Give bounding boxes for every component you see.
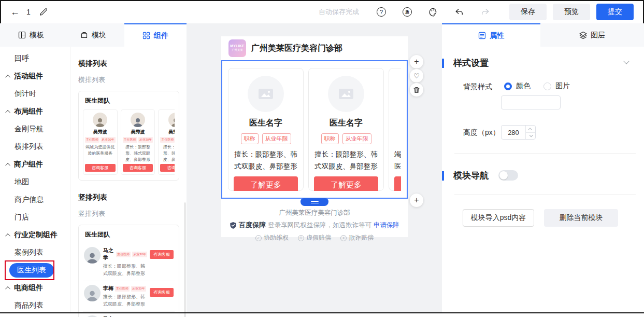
horizontal-list-subtitle[interactable]: 横排列表 <box>78 75 179 85</box>
preview-button[interactable]: 预览 <box>553 4 590 20</box>
vertical-list-preview[interactable]: 医生团队 马之学 主任医师 从业30年 擅长：眼部整形、韩式双眼皮、鼻部整形 咨… <box>78 225 179 317</box>
avatar <box>131 113 145 127</box>
height-value[interactable]: 280 <box>502 126 525 139</box>
consult-button[interactable]: 咨询客服 <box>150 288 174 297</box>
mini-doctor-card: 吴秀波 主任医师 从业30年 擅长：眼部整形、韩式双眼皮、鼻部整形 咨询客服 <box>158 109 175 175</box>
submit-button[interactable]: 提交 <box>596 4 634 20</box>
collapse-section-chevron[interactable] <box>623 58 629 64</box>
title-badge: 主任医师 <box>115 286 130 292</box>
quality-check-icon[interactable]: 质 <box>402 6 413 18</box>
sidebar-item-product-list[interactable]: 商品列表 <box>0 297 70 314</box>
delete-module-icon-button[interactable] <box>410 83 423 97</box>
chevron-up-icon <box>5 233 10 238</box>
plus-icon: + <box>414 58 419 66</box>
doctor-card[interactable]: 医生名字 职称 从业年限 擅长：眼部整形、韩式双眼皮、鼻部整形 了解更多 <box>228 68 304 191</box>
mini-doctor-desc: 擅长：眼部整形、韩式双眼皮、鼻部整形 <box>123 144 153 163</box>
sidebar-section-label: 布局组件 <box>14 107 43 116</box>
doctor-card[interactable]: 医生名字 职称 从业年限 擅长：眼部整形、韩式双眼皮、鼻部整形 了解更多 <box>308 68 384 191</box>
consult-button[interactable]: 咨询客服 <box>160 164 175 172</box>
sidebar-section-ecommerce[interactable]: 电商组件 <box>0 279 70 297</box>
sidebar-item-map[interactable]: 地图 <box>0 173 70 191</box>
radio-unselected-icon[interactable] <box>543 82 551 90</box>
sidebar-item-huihu[interactable]: 回呼 <box>0 50 70 67</box>
chevron-up-icon <box>528 128 532 131</box>
footer-guarantee-item: R虚假赔偿 <box>298 233 331 242</box>
add-module-below-button[interactable]: + <box>410 194 423 207</box>
apply-guarantee-link[interactable]: 申请保障 <box>374 221 399 230</box>
sidebar-item-kingkong-nav[interactable]: 金刚导航 <box>0 120 70 138</box>
radio-option-image[interactable]: 图片 <box>543 81 570 91</box>
learn-more-button[interactable]: 了解更多 <box>234 176 298 191</box>
learn-more-button[interactable]: 了解更多 <box>314 176 378 191</box>
redo-icon[interactable] <box>479 6 491 18</box>
doctor-list-selected-pill[interactable]: 医生列表 <box>9 263 54 278</box>
consult-button[interactable]: 咨询客服 <box>123 164 153 172</box>
back-icon[interactable]: ← <box>10 7 20 18</box>
doctor-desc: 擅长：眼部整形、韩式双眼皮、鼻部整形 <box>103 263 147 277</box>
doctor-desc: 竭诚为您提供优质的医美服务 <box>394 148 401 172</box>
module-drag-handle[interactable] <box>300 198 328 206</box>
theme-palette-icon[interactable] <box>427 6 439 18</box>
years-badge: 从业30年 <box>138 137 153 143</box>
tab-layers-label: 图层 <box>591 31 605 40</box>
title-badge: 职称 <box>241 133 259 144</box>
stepper-up-button[interactable] <box>526 126 535 132</box>
learn-more-button[interactable]: 了解更多 <box>394 176 401 191</box>
tab-properties[interactable]: 属性 <box>442 23 540 47</box>
doctor-list-module-selected[interactable]: 医生名字 职称 从业年限 擅长：眼部整形、韩式双眼皮、鼻部整形 了解更多 医生名… <box>221 60 408 199</box>
height-stepper[interactable]: 280 <box>501 125 536 140</box>
doctor-desc: 擅长：眼部整形、韩式双眼皮、鼻部整形 <box>314 148 378 172</box>
add-module-above-button[interactable]: + <box>410 55 423 68</box>
edit-pencil-icon[interactable] <box>37 6 49 18</box>
component-preview-panel: 横排列表 横排列表 医生团队 吴秀波 主任医师 从业30年 竭诚为您提供优质的医… <box>70 47 187 312</box>
logo-line2: 广州美莱 <box>232 48 243 52</box>
page-header-module[interactable]: MYLIKE 广州美莱 广州美莱医疗美容门诊部 <box>221 36 408 60</box>
trash-icon <box>413 87 420 93</box>
module-icon <box>80 31 88 39</box>
heart-icon: ♡ <box>413 73 420 79</box>
tab-template[interactable]: 模板 <box>0 23 62 47</box>
sidebar-section-industry[interactable]: 行业定制组件 <box>0 226 70 244</box>
tab-layers[interactable]: 图层 <box>540 23 644 47</box>
sidebar-item-store[interactable]: 门店 <box>0 209 70 226</box>
sidebar-item-doctor-list[interactable]: 医生列表 <box>0 261 70 279</box>
mini-doctor-desc: 擅长：眼部整形、韩式双眼皮、鼻部整形 <box>160 144 175 163</box>
left-panel-tabs: 模板 模块 组件 <box>0 23 187 47</box>
avatar <box>84 285 101 301</box>
scrollbar-thumb[interactable] <box>184 202 186 317</box>
toggle-knob <box>499 171 508 180</box>
sidebar-item-label: 商户信息 <box>15 195 44 204</box>
delete-current-module-button[interactable]: 删除当前模块 <box>544 209 618 227</box>
background-color-input[interactable] <box>501 95 561 109</box>
doctor-card-clipped[interactable]: 医生名字 职称 从业年限 竭诚为您提供优质的医美服务 了解更多 <box>389 68 401 191</box>
horizontal-list-preview[interactable]: 医生团队 吴秀波 主任医师 从业30年 竭诚为您提供优质的医美服务 咨询客服 吴… <box>78 91 179 181</box>
section-divider <box>454 194 636 195</box>
module-nav-toggle[interactable] <box>498 170 518 181</box>
sidebar-section-layout[interactable]: 布局组件 <box>0 103 70 120</box>
undo-icon[interactable] <box>453 6 465 18</box>
vertical-list-subtitle[interactable]: 竖排列表 <box>78 209 179 218</box>
consult-button[interactable]: 咨询客服 <box>150 250 174 259</box>
sidebar-item-merchant-info[interactable]: 商户信息 <box>0 191 70 209</box>
favorite-module-button[interactable]: ♡ <box>410 69 423 82</box>
section-divider <box>454 153 636 154</box>
stepper-down-button[interactable] <box>526 132 535 140</box>
sidebar-section-label: 活动组件 <box>14 72 43 81</box>
import-psd-button[interactable]: 模块导入psd内容 <box>463 209 534 227</box>
tab-component[interactable]: 组件 <box>124 23 187 47</box>
help-icon[interactable]: ? <box>376 6 387 18</box>
radio-option-color[interactable]: 颜色 <box>504 81 531 91</box>
autosave-status: 自动保存完成 <box>319 7 359 17</box>
save-button[interactable]: 保存 <box>509 4 547 20</box>
sidebar-item-countdown[interactable]: 倒计时 <box>0 85 70 103</box>
sidebar-section-activity[interactable]: 活动组件 <box>0 67 70 85</box>
consult-button[interactable]: 咨询客服 <box>85 164 116 172</box>
sidebar-item-horizontal-list[interactable]: 横排列表 <box>0 138 70 156</box>
years-badge: 从业年限 <box>262 133 291 144</box>
sidebar-item-label: 商品列表 <box>15 301 44 310</box>
radio-selected-icon[interactable] <box>504 82 512 90</box>
site-logo: MYLIKE 广州美莱 <box>228 39 246 57</box>
tab-module[interactable]: 模块 <box>62 23 124 47</box>
sidebar-item-case-list[interactable]: 案例列表 <box>0 244 70 261</box>
sidebar-section-merchant[interactable]: 商户组件 <box>0 156 70 173</box>
